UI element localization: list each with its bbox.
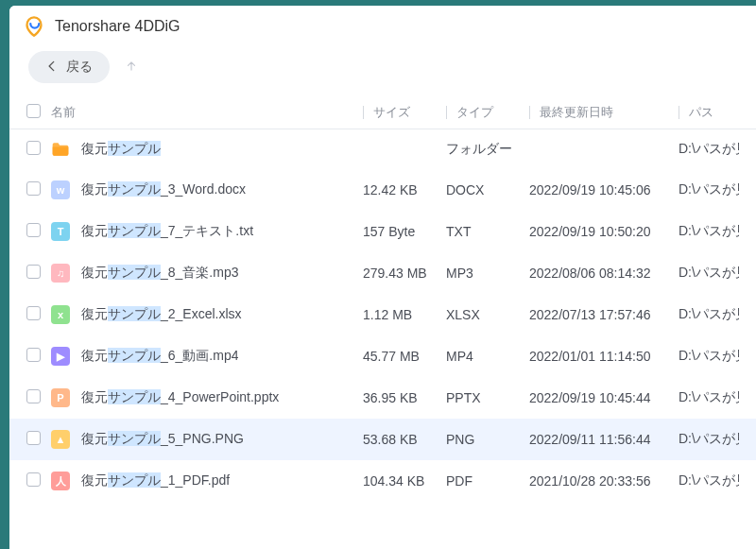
- back-arrow-icon: [45, 60, 59, 76]
- file-type: PDF: [446, 473, 529, 489]
- file-type-icon: ▲: [51, 430, 70, 449]
- file-path: D:\パスが見: [679, 306, 739, 323]
- file-date: 2022/09/11 11:56:44: [529, 432, 679, 447]
- table-row[interactable]: 復元サンプルフォルダーD:\パスが見: [9, 129, 756, 169]
- file-size: 157 Byte: [363, 224, 446, 239]
- app-logo-icon: [23, 15, 45, 38]
- row-checkbox[interactable]: [26, 141, 41, 155]
- file-name: 復元サンプル_7_テキスト.txt: [81, 223, 253, 240]
- header-modified[interactable]: 最終更新日時: [529, 104, 679, 121]
- row-checkbox[interactable]: [26, 389, 41, 403]
- file-name: 復元サンプル_3_Word.docx: [81, 181, 246, 198]
- row-checkbox[interactable]: [26, 472, 41, 487]
- file-size: 12.42 KB: [363, 182, 446, 197]
- file-name: 復元サンプル_4_PowerPoint.pptx: [81, 389, 279, 406]
- file-path: D:\パスが見: [679, 223, 739, 240]
- file-type: DOCX: [446, 182, 529, 197]
- file-type: XLSX: [446, 307, 529, 322]
- row-checkbox[interactable]: [26, 348, 41, 362]
- file-date: 2021/10/28 20:33:56: [529, 473, 679, 489]
- folder-icon: [51, 141, 70, 158]
- table-row[interactable]: T復元サンプル_7_テキスト.txt157 ByteTXT2022/09/19 …: [9, 211, 756, 252]
- file-type-icon: ♫: [51, 264, 70, 283]
- file-type: MP3: [446, 266, 529, 281]
- table-row[interactable]: w復元サンプル_3_Word.docx12.42 KBDOCX2022/09/1…: [9, 169, 756, 211]
- row-checkbox[interactable]: [26, 431, 41, 445]
- file-name: 復元サンプル_6_動画.mp4: [81, 348, 238, 365]
- file-type-icon: 人: [51, 472, 70, 490]
- table-row[interactable]: ▲復元サンプル_5_PNG.PNG53.68 KBPNG2022/09/11 1…: [9, 419, 756, 460]
- header-name[interactable]: 名前: [51, 104, 363, 121]
- file-path: D:\パスが見: [679, 181, 739, 198]
- header-type[interactable]: タイプ: [446, 104, 529, 121]
- table-header: 名前 サイズ タイプ 最終更新日時 パス: [9, 96, 756, 129]
- file-size: 279.43 MB: [363, 266, 446, 281]
- file-type-icon: P: [51, 388, 70, 407]
- file-date: 2022/01/01 11:14:50: [529, 349, 679, 364]
- file-type-icon: T: [51, 222, 70, 241]
- table-row[interactable]: ♫復元サンプル_8_音楽.mp3279.43 MBMP32022/08/06 0…: [9, 252, 756, 294]
- file-path: D:\パスが見: [679, 389, 739, 406]
- app-window: Tenorshare 4DDiG 戻る 名前 サイズ タイプ 最終更新日時 パス…: [9, 6, 756, 549]
- file-date: 2022/09/19 10:45:06: [529, 182, 679, 197]
- file-size: 36.95 KB: [363, 390, 446, 405]
- back-button-label: 戻る: [66, 59, 93, 76]
- file-list: 復元サンプルフォルダーD:\パスが見w復元サンプル_3_Word.docx12.…: [9, 129, 756, 549]
- file-type: フォルダー: [446, 141, 529, 158]
- file-type: PPTX: [446, 390, 529, 405]
- file-size: 104.34 KB: [363, 473, 446, 489]
- file-type-icon: ▶: [51, 347, 70, 366]
- file-name: 復元サンプル_5_PNG.PNG: [81, 431, 244, 448]
- select-all-checkbox[interactable]: [26, 104, 41, 118]
- file-type: TXT: [446, 224, 529, 239]
- app-title: Tenorshare 4DDiG: [55, 18, 180, 35]
- file-date: 2022/09/19 10:45:44: [529, 390, 679, 405]
- file-size: 45.77 MB: [363, 349, 446, 364]
- file-path: D:\パスが見: [679, 265, 739, 282]
- file-name: 復元サンプル_1_PDF.pdf: [81, 472, 230, 489]
- table-row[interactable]: ▶復元サンプル_6_動画.mp445.77 MBMP42022/01/01 11…: [9, 335, 756, 377]
- row-checkbox[interactable]: [26, 181, 41, 196]
- file-path: D:\パスが見: [679, 141, 739, 158]
- file-size: 53.68 KB: [363, 432, 446, 447]
- up-button[interactable]: [125, 60, 138, 76]
- table-row[interactable]: x復元サンプル_2_Excel.xlsx1.12 MBXLSX2022/07/1…: [9, 294, 756, 335]
- row-checkbox[interactable]: [26, 223, 41, 237]
- back-button[interactable]: 戻る: [28, 51, 110, 83]
- file-path: D:\パスが見: [679, 431, 739, 448]
- titlebar: Tenorshare 4DDiG: [9, 6, 756, 42]
- file-name: 復元サンプル_2_Excel.xlsx: [81, 306, 242, 323]
- table-row[interactable]: 人復元サンプル_1_PDF.pdf104.34 KBPDF2021/10/28 …: [9, 460, 756, 502]
- row-checkbox[interactable]: [26, 306, 41, 320]
- file-date: 2022/07/13 17:57:46: [529, 307, 679, 322]
- file-date: 2022/08/06 08:14:32: [529, 266, 679, 281]
- file-name: 復元サンプル: [81, 141, 161, 158]
- file-date: 2022/09/19 10:50:20: [529, 224, 679, 239]
- file-type: MP4: [446, 349, 529, 364]
- file-type-icon: x: [51, 305, 70, 324]
- file-type: PNG: [446, 432, 529, 447]
- file-path: D:\パスが見: [679, 472, 739, 489]
- file-type-icon: w: [51, 180, 70, 199]
- file-name: 復元サンプル_8_音楽.mp3: [81, 265, 238, 282]
- row-checkbox[interactable]: [26, 265, 41, 279]
- header-checkbox-cell: [26, 104, 51, 121]
- header-path[interactable]: パス: [679, 104, 739, 121]
- file-path: D:\パスが見: [679, 348, 739, 365]
- header-size[interactable]: サイズ: [363, 104, 446, 121]
- table-row[interactable]: P復元サンプル_4_PowerPoint.pptx36.95 KBPPTX202…: [9, 377, 756, 419]
- file-size: 1.12 MB: [363, 307, 446, 322]
- toolbar: 戻る: [9, 42, 756, 96]
